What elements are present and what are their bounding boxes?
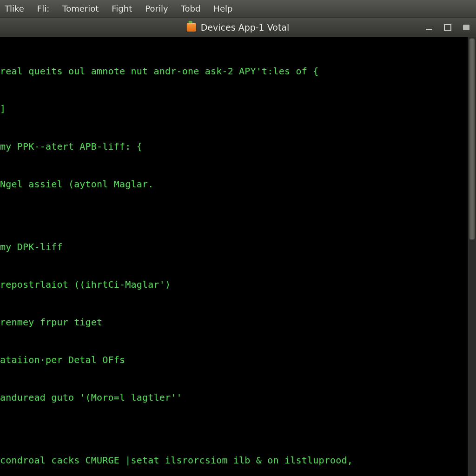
terminal-line: condroal cacks CMURGE |setat ilsrorcsiom… bbox=[0, 454, 467, 467]
terminal-line: real queits oul amnote nut andr-one ask-… bbox=[0, 65, 467, 78]
menu-item-fight[interactable]: Fight bbox=[112, 4, 132, 13]
terminal-line: my PPK--atert APB-liff: { bbox=[0, 140, 467, 153]
menubar: Tlike Fli: Tomeriot Fight Porily Tobd He… bbox=[0, 0, 476, 18]
terminal-window: real queits oul amnote nut andr-one ask-… bbox=[0, 37, 476, 476]
window-title: Devices App-1 Votal bbox=[201, 22, 290, 33]
terminal-line: anduread guto '(Moro=l lagtler'' bbox=[0, 391, 467, 404]
terminal-line: my DPK-liff bbox=[0, 241, 467, 253]
svg-rect-2 bbox=[463, 25, 469, 30]
terminal-line: repostrlaiot ((ihrtCi-Maglar') bbox=[0, 278, 467, 291]
menu-item-porily[interactable]: Porily bbox=[145, 4, 168, 13]
maximize-icon[interactable] bbox=[442, 22, 454, 33]
scrollbar-thumb[interactable] bbox=[469, 38, 475, 240]
window-controls bbox=[423, 22, 472, 33]
svg-rect-0 bbox=[426, 29, 432, 30]
menu-item-tobd[interactable]: Tobd bbox=[181, 4, 201, 13]
window-titlebar: Devices App-1 Votal bbox=[0, 18, 476, 37]
terminal-output[interactable]: real queits oul amnote nut andr-one ask-… bbox=[0, 37, 468, 476]
menu-item-help[interactable]: Help bbox=[213, 4, 232, 13]
terminal-line: ] bbox=[0, 103, 467, 115]
terminal-line: ataiion·per Detal OFfs bbox=[0, 354, 467, 366]
close-icon[interactable] bbox=[460, 22, 472, 33]
menu-item-tomeriot[interactable]: Tomeriot bbox=[62, 4, 99, 13]
menu-item-fli[interactable]: Fli: bbox=[37, 4, 49, 13]
title-center: Devices App-1 Votal bbox=[187, 22, 290, 33]
terminal-line: Ngel assiel (aytonl Maglar. bbox=[0, 178, 467, 191]
svg-rect-1 bbox=[444, 25, 451, 30]
minimize-icon[interactable] bbox=[423, 22, 435, 33]
terminal-line: renmey frpur tiget bbox=[0, 316, 467, 329]
vertical-scrollbar[interactable] bbox=[468, 37, 476, 476]
menu-item-tlike[interactable]: Tlike bbox=[5, 4, 24, 13]
folder-icon bbox=[187, 23, 196, 32]
